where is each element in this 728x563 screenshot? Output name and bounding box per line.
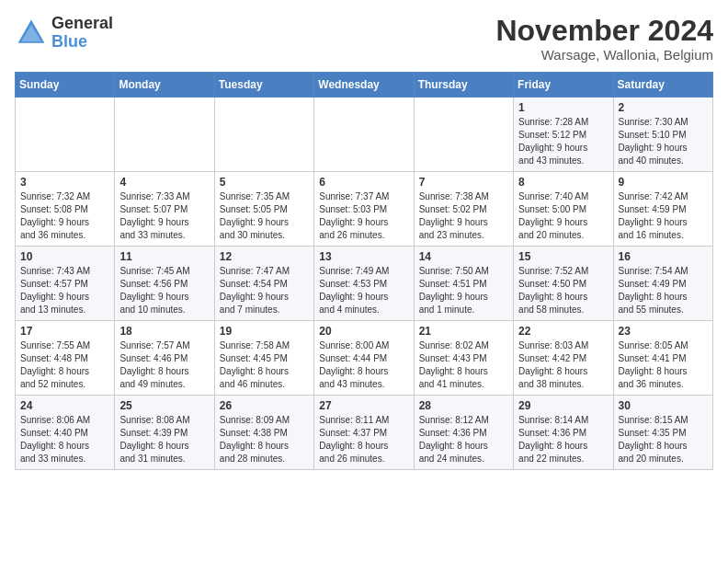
calendar-cell: 23Sunrise: 8:05 AM Sunset: 4:41 PM Dayli… <box>613 321 712 396</box>
day-number: 26 <box>220 399 309 412</box>
calendar-cell: 17Sunrise: 7:55 AM Sunset: 4:48 PM Dayli… <box>16 321 115 396</box>
logo-blue: Blue <box>51 33 113 52</box>
calendar-cell: 14Sunrise: 7:50 AM Sunset: 4:51 PM Dayli… <box>414 247 513 321</box>
day-info: Sunrise: 8:12 AM Sunset: 4:36 PM Dayligh… <box>419 414 508 465</box>
day-number: 29 <box>518 399 608 412</box>
calendar-cell: 2Sunrise: 7:30 AM Sunset: 5:10 PM Daylig… <box>613 98 712 172</box>
day-number: 30 <box>619 399 708 412</box>
logo: General Blue <box>15 15 113 52</box>
day-info: Sunrise: 7:54 AM Sunset: 4:49 PM Dayligh… <box>619 265 708 316</box>
day-number: 8 <box>518 176 608 189</box>
calendar-cell <box>115 98 214 172</box>
calendar-cell <box>16 98 115 172</box>
calendar-cell: 22Sunrise: 8:03 AM Sunset: 4:42 PM Dayli… <box>514 321 613 396</box>
calendar-cell: 13Sunrise: 7:49 AM Sunset: 4:53 PM Dayli… <box>314 247 414 321</box>
calendar-week: 24Sunrise: 8:06 AM Sunset: 4:40 PM Dayli… <box>16 396 713 470</box>
calendar-cell: 26Sunrise: 8:09 AM Sunset: 4:38 PM Dayli… <box>214 396 313 470</box>
day-number: 9 <box>619 176 708 189</box>
day-info: Sunrise: 7:45 AM Sunset: 4:56 PM Dayligh… <box>119 265 209 316</box>
calendar-cell: 28Sunrise: 8:12 AM Sunset: 4:36 PM Dayli… <box>414 396 513 470</box>
weekday-header: Monday <box>115 73 214 98</box>
day-info: Sunrise: 7:57 AM Sunset: 4:46 PM Dayligh… <box>119 339 209 391</box>
day-info: Sunrise: 7:33 AM Sunset: 5:07 PM Dayligh… <box>119 190 209 242</box>
day-number: 6 <box>319 176 408 189</box>
day-info: Sunrise: 8:08 AM Sunset: 4:39 PM Dayligh… <box>119 414 209 465</box>
calendar-cell: 5Sunrise: 7:35 AM Sunset: 5:05 PM Daylig… <box>214 172 313 247</box>
title-block: November 2024 Warsage, Wallonia, Belgium <box>495 15 713 63</box>
day-info: Sunrise: 7:28 AM Sunset: 5:12 PM Dayligh… <box>518 116 608 167</box>
weekday-row: SundayMondayTuesdayWednesdayThursdayFrid… <box>16 73 713 98</box>
day-info: Sunrise: 8:09 AM Sunset: 4:38 PM Dayligh… <box>220 414 309 465</box>
day-info: Sunrise: 7:37 AM Sunset: 5:03 PM Dayligh… <box>319 190 408 242</box>
weekday-header: Wednesday <box>314 73 414 98</box>
weekday-header: Tuesday <box>214 73 313 98</box>
day-info: Sunrise: 7:42 AM Sunset: 4:59 PM Dayligh… <box>619 190 708 242</box>
day-number: 16 <box>619 250 708 263</box>
calendar-cell: 8Sunrise: 7:40 AM Sunset: 5:00 PM Daylig… <box>514 172 613 247</box>
weekday-header: Saturday <box>613 73 712 98</box>
day-info: Sunrise: 7:30 AM Sunset: 5:10 PM Dayligh… <box>619 116 708 167</box>
calendar-week: 17Sunrise: 7:55 AM Sunset: 4:48 PM Dayli… <box>16 321 713 396</box>
day-number: 14 <box>419 250 508 263</box>
weekday-header: Sunday <box>16 73 115 98</box>
day-info: Sunrise: 8:14 AM Sunset: 4:36 PM Dayligh… <box>518 414 608 465</box>
day-info: Sunrise: 7:58 AM Sunset: 4:45 PM Dayligh… <box>220 339 309 391</box>
day-info: Sunrise: 8:06 AM Sunset: 4:40 PM Dayligh… <box>20 414 109 465</box>
logo-icon <box>15 17 48 50</box>
day-info: Sunrise: 7:38 AM Sunset: 5:02 PM Dayligh… <box>419 190 508 242</box>
day-number: 22 <box>518 325 608 338</box>
day-info: Sunrise: 7:43 AM Sunset: 4:57 PM Dayligh… <box>20 265 109 316</box>
calendar-week: 3Sunrise: 7:32 AM Sunset: 5:08 PM Daylig… <box>16 172 713 247</box>
day-number: 19 <box>220 325 309 338</box>
calendar-body: 1Sunrise: 7:28 AM Sunset: 5:12 PM Daylig… <box>16 98 713 470</box>
calendar-cell: 27Sunrise: 8:11 AM Sunset: 4:37 PM Dayli… <box>314 396 414 470</box>
day-number: 20 <box>319 325 408 338</box>
day-number: 11 <box>119 250 209 263</box>
calendar-cell: 4Sunrise: 7:33 AM Sunset: 5:07 PM Daylig… <box>115 172 214 247</box>
calendar: SundayMondayTuesdayWednesdayThursdayFrid… <box>15 72 713 470</box>
calendar-cell: 3Sunrise: 7:32 AM Sunset: 5:08 PM Daylig… <box>16 172 115 247</box>
day-info: Sunrise: 7:35 AM Sunset: 5:05 PM Dayligh… <box>220 190 309 242</box>
day-info: Sunrise: 7:50 AM Sunset: 4:51 PM Dayligh… <box>419 265 508 316</box>
calendar-cell: 1Sunrise: 7:28 AM Sunset: 5:12 PM Daylig… <box>514 98 613 172</box>
day-number: 1 <box>518 101 608 114</box>
calendar-cell: 15Sunrise: 7:52 AM Sunset: 4:50 PM Dayli… <box>514 247 613 321</box>
day-number: 24 <box>20 399 109 412</box>
day-info: Sunrise: 8:15 AM Sunset: 4:35 PM Dayligh… <box>619 414 708 465</box>
calendar-cell: 9Sunrise: 7:42 AM Sunset: 4:59 PM Daylig… <box>613 172 712 247</box>
day-info: Sunrise: 8:00 AM Sunset: 4:44 PM Dayligh… <box>319 339 408 391</box>
calendar-cell: 18Sunrise: 7:57 AM Sunset: 4:46 PM Dayli… <box>115 321 214 396</box>
day-info: Sunrise: 8:02 AM Sunset: 4:43 PM Dayligh… <box>419 339 508 391</box>
day-number: 25 <box>119 399 209 412</box>
calendar-cell <box>214 98 313 172</box>
day-number: 17 <box>20 325 109 338</box>
calendar-cell: 20Sunrise: 8:00 AM Sunset: 4:44 PM Dayli… <box>314 321 414 396</box>
calendar-cell: 12Sunrise: 7:47 AM Sunset: 4:54 PM Dayli… <box>214 247 313 321</box>
day-number: 21 <box>419 325 508 338</box>
calendar-cell: 6Sunrise: 7:37 AM Sunset: 5:03 PM Daylig… <box>314 172 414 247</box>
calendar-cell: 11Sunrise: 7:45 AM Sunset: 4:56 PM Dayli… <box>115 247 214 321</box>
day-number: 27 <box>319 399 408 412</box>
page-header: General Blue November 2024 Warsage, Wall… <box>15 15 713 63</box>
day-number: 5 <box>220 176 309 189</box>
calendar-header: SundayMondayTuesdayWednesdayThursdayFrid… <box>16 73 713 98</box>
calendar-week: 10Sunrise: 7:43 AM Sunset: 4:57 PM Dayli… <box>16 247 713 321</box>
calendar-cell: 7Sunrise: 7:38 AM Sunset: 5:02 PM Daylig… <box>414 172 513 247</box>
day-number: 28 <box>419 399 508 412</box>
calendar-cell <box>314 98 414 172</box>
calendar-cell: 24Sunrise: 8:06 AM Sunset: 4:40 PM Dayli… <box>16 396 115 470</box>
day-info: Sunrise: 7:32 AM Sunset: 5:08 PM Dayligh… <box>20 190 109 242</box>
calendar-cell: 25Sunrise: 8:08 AM Sunset: 4:39 PM Dayli… <box>115 396 214 470</box>
month-title: November 2024 <box>495 15 713 47</box>
day-number: 7 <box>419 176 508 189</box>
location: Warsage, Wallonia, Belgium <box>495 47 713 63</box>
day-info: Sunrise: 8:05 AM Sunset: 4:41 PM Dayligh… <box>619 339 708 391</box>
day-info: Sunrise: 8:11 AM Sunset: 4:37 PM Dayligh… <box>319 414 408 465</box>
calendar-cell: 21Sunrise: 8:02 AM Sunset: 4:43 PM Dayli… <box>414 321 513 396</box>
day-number: 23 <box>619 325 708 338</box>
logo-general: General <box>51 15 113 33</box>
weekday-header: Thursday <box>414 73 513 98</box>
logo-text: General Blue <box>51 15 113 52</box>
day-info: Sunrise: 8:03 AM Sunset: 4:42 PM Dayligh… <box>518 339 608 391</box>
day-number: 2 <box>619 101 708 114</box>
